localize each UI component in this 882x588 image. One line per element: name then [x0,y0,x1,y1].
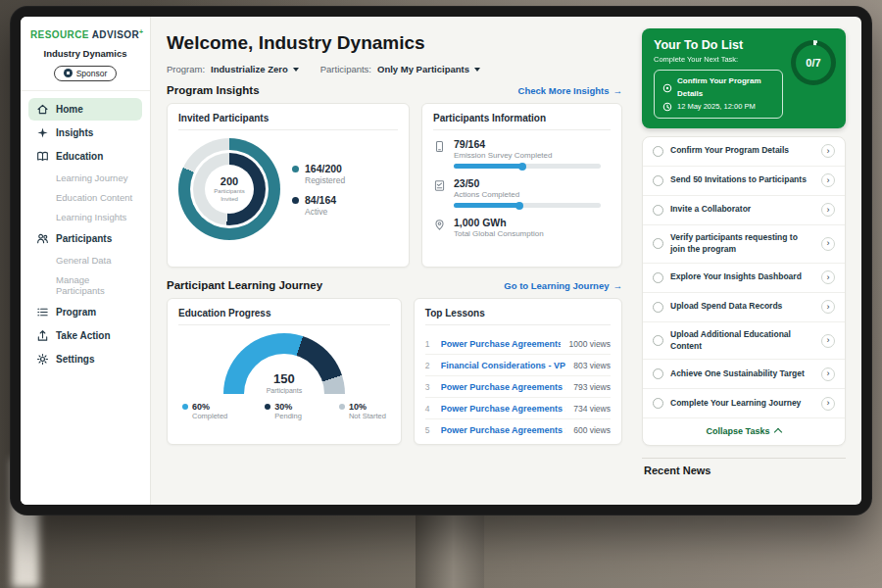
take-action-icon [36,329,49,342]
sidebar-item-settings[interactable]: Settings [28,348,142,370]
link-label: Check More Insights [518,85,610,96]
lesson-link[interactable]: Power Purchase Agreements 103 [441,425,565,435]
sidebar-item-education[interactable]: Education [28,145,142,168]
sidebar-item-general-data[interactable]: General Data [28,251,142,270]
card-title: Top Lessons [425,308,611,325]
sidebar-item-insights[interactable]: Insights [28,122,142,144]
chevron-right-icon[interactable]: › [821,144,835,158]
task-row[interactable]: Confirm Your Program Details › [643,137,845,167]
chevron-right-icon[interactable]: › [821,270,835,284]
task-checkbox[interactable] [653,175,663,186]
lesson-views: 803 views [573,361,611,370]
task-checkbox[interactable] [653,335,663,346]
task-row[interactable]: Upload Spend Data Records › [643,293,845,322]
top-lessons-card: Top Lessons 1 Power Purchase Agreements … [414,298,622,445]
next-task-box[interactable]: Confirm Your Program Details 12 May 2025… [654,70,783,119]
task-checkbox[interactable] [653,205,663,216]
legend-item-not-started: 10% Not Started [339,402,386,420]
sidebar-item-manage-participants[interactable]: Manage Participants [28,270,142,300]
participants-filter-dropdown[interactable]: Only My Participants [377,64,480,74]
sidebar-item-take-action[interactable]: Take Action [28,324,142,347]
task-checkbox[interactable] [653,368,663,379]
task-row[interactable]: Complete Your Learning Journey › [643,389,845,418]
sidebar-item-program[interactable]: Program [28,301,142,323]
stat-value: 79/164 [454,138,601,150]
task-checkbox[interactable] [653,146,663,157]
task-row[interactable]: Achieve One Sustainability Target › [643,360,845,389]
chevron-right-icon[interactable]: › [821,237,835,251]
card-title: Participants Information [433,113,611,130]
dashboard-screen: RESOURCE ADVISOR+ Industry Dynamics Spon… [21,17,861,505]
program-list-icon [36,306,49,318]
task-checkbox[interactable] [653,398,663,409]
lesson-link[interactable]: Power Purchase Agreements 101 [441,382,565,392]
task-label: Invite a Collaborator [670,204,814,215]
lesson-link[interactable]: Financial Considerations - VPPAs [441,361,565,370]
program-filter-value: Industrialize Zero [211,64,288,74]
chevron-right-icon[interactable]: › [821,203,835,217]
task-checkbox[interactable] [653,238,663,249]
learning-journey-title: Participant Learning Journey [167,279,322,291]
legend-label: Completed [192,412,227,420]
logo-plus: + [139,28,144,35]
lesson-link[interactable]: Power Purchase Agreements 102 [441,404,565,414]
lesson-link[interactable]: Power Purchase Agreements 101 [441,339,562,349]
chevron-right-icon[interactable]: › [821,300,835,314]
settings-gear-icon [36,353,49,366]
sponsor-label: Sponsor [76,69,108,78]
chevron-right-icon[interactable]: › [821,173,835,187]
education-icon [36,150,49,163]
legend-label: Registered [305,175,345,185]
sidebar-item-participants[interactable]: Participants [28,227,142,250]
legend-label: Active [305,207,336,217]
sidebar-item-home[interactable]: Home [28,98,142,121]
check-more-insights-link[interactable]: Check More Insights → [518,85,622,96]
sidebar-item-label: Learning Journey [56,172,127,183]
stat-emission-survey: 79/164 Emission Survey Completed [433,138,611,169]
legend-label: Pending [274,412,302,420]
target-icon [662,83,672,93]
task-checkbox[interactable] [653,272,663,283]
sidebar-item-label: Take Action [56,330,111,341]
sidebar-item-learning-insights[interactable]: Learning Insights [28,208,142,226]
task-label: Achieve One Sustainability Target [670,368,814,379]
legend-value: 60% [192,402,227,412]
lesson-rank: 2 [425,361,433,370]
education-gauge-chart: 150 Participants [223,333,345,394]
chevron-right-icon[interactable]: › [821,368,835,381]
sidebar-item-label: General Data [56,255,112,266]
monitor-stand [416,510,484,588]
todo-summary-card: Your To Do List Complete Your Next Task:… [642,28,846,128]
task-row[interactable]: Send 50 Invitations to Participants › [643,167,845,196]
chevron-right-icon[interactable]: › [821,397,835,411]
stat-label: Emission Survey Completed [454,151,601,160]
location-pin-icon [433,218,446,230]
legend-item-completed: 60% Completed [182,402,227,420]
task-row[interactable]: Verify participants requesting to join t… [643,225,845,264]
lesson-views: 600 views [573,425,611,435]
sidebar-item-label: Manage Participants [56,274,105,296]
insights-icon [36,126,49,139]
task-row[interactable]: Explore Your Insights Dashboard › [643,264,845,293]
sidebar-item-learning-journey[interactable]: Learning Journey [28,169,142,187]
not-started-dot-icon [339,404,345,410]
task-row[interactable]: Upload Additional Educational Content › [643,322,845,361]
program-filter-dropdown[interactable]: Industrialize Zero [211,64,299,74]
checklist-icon [433,178,446,191]
participants-information-card: Participants Information 79/164 Emission… [421,103,622,268]
survey-progress-fill [454,164,524,169]
legend-value: 164/200 [305,163,345,174]
task-checkbox[interactable] [653,302,663,313]
gauge-center-label: Participants [223,387,345,394]
stat-value: 1,000 GWh [454,217,544,228]
sponsor-badge[interactable]: Sponsor [54,66,118,81]
sidebar-item-label: Participants [56,233,112,244]
invited-participants-card: Invited Participants 200 Participants In… [167,103,410,268]
collapse-tasks-button[interactable]: Collapse Tasks [643,418,845,445]
chevron-right-icon[interactable]: › [821,334,835,348]
go-to-learning-journey-link[interactable]: Go to Learning Journey → [504,280,622,291]
task-row[interactable]: Invite a Collaborator › [643,196,845,225]
lesson-row: 2 Financial Considerations - VPPAs 803 v… [425,355,611,376]
chevron-down-icon [293,68,299,72]
sidebar-item-education-content[interactable]: Education Content [28,188,142,207]
